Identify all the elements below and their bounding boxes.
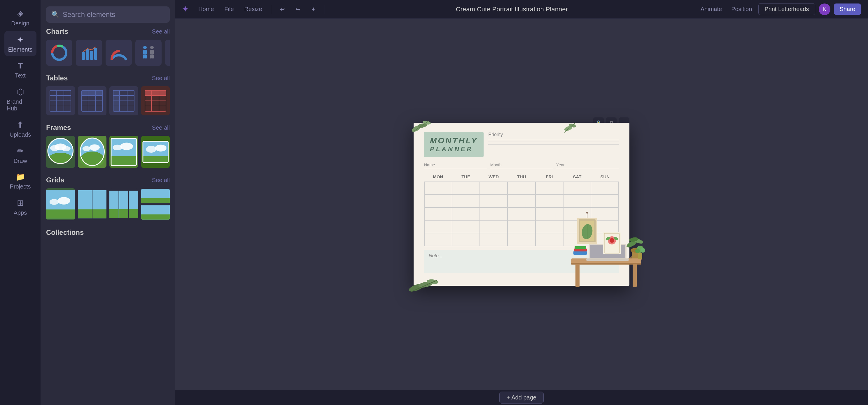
cal-cell <box>535 195 563 207</box>
frames-see-all-button[interactable]: See all <box>152 125 170 131</box>
share-button[interactable]: Share <box>834 3 861 15</box>
grid-item-3[interactable] <box>110 188 138 220</box>
priority-label: Priority <box>488 132 619 137</box>
bottom-bar: + Add page <box>175 390 868 405</box>
botanical-decoration-bottom <box>408 270 443 295</box>
search-input-wrap[interactable]: 🔍 <box>46 6 170 23</box>
svg-rect-3 <box>82 52 85 60</box>
elements-icon: ✦ <box>17 35 24 44</box>
chart-item-bar-line[interactable] <box>76 40 102 66</box>
sidebar-item-draw[interactable]: ✏ Draw <box>4 142 36 167</box>
botanical-svg-bottom <box>408 270 443 294</box>
sidebar-item-uploads[interactable]: ⬆ Uploads <box>4 116 36 141</box>
redo-button[interactable]: ↪ <box>292 4 303 14</box>
svg-point-85 <box>422 120 431 125</box>
cal-day-wed: WED <box>480 173 507 180</box>
svg-point-94 <box>632 237 644 244</box>
grid-item-4[interactable] <box>141 188 170 220</box>
file-button[interactable]: File <box>221 4 237 14</box>
charts-section-header: Charts See all <box>46 27 170 36</box>
planner-title-block: MONTHLY PLANNER <box>424 132 484 157</box>
cal-day-thu: THU <box>507 173 535 180</box>
grid-item-2[interactable] <box>78 188 107 220</box>
month-label: Month <box>490 163 502 167</box>
sidebar-item-projects[interactable]: 📁 Projects <box>4 168 36 193</box>
avatar[interactable]: K <box>819 3 830 15</box>
table-item-3[interactable] <box>110 86 138 115</box>
note-label: Note... <box>429 253 442 258</box>
grids-see-all-button[interactable]: See all <box>152 177 170 183</box>
table-svg-3 <box>112 89 135 112</box>
charts-see-all-button[interactable]: See all <box>152 28 170 35</box>
cal-cell <box>591 233 619 246</box>
toolbar-divider-2 <box>324 5 325 14</box>
svg-point-107 <box>637 246 644 252</box>
tables-see-all-button[interactable]: See all <box>152 75 170 81</box>
svg-point-48 <box>62 146 70 151</box>
priority-line-3 <box>488 144 619 144</box>
sidebar-item-label-text: Text <box>15 72 26 79</box>
cal-cell <box>507 220 535 233</box>
svg-line-126 <box>411 280 437 292</box>
sidebar-item-brand-hub[interactable]: ⬡ Brand Hub <box>4 83 36 115</box>
table-item-2[interactable] <box>78 86 107 115</box>
svg-rect-12 <box>150 50 154 55</box>
sidebar: ◈ Design ✦ Elements T Text ⬡ Brand Hub ⬆… <box>0 0 41 405</box>
svg-rect-23 <box>82 90 103 96</box>
table-svg-2 <box>81 89 104 112</box>
search-icon: 🔍 <box>51 11 59 19</box>
magic-button[interactable]: ✦ <box>308 4 319 14</box>
svg-point-108 <box>635 248 640 253</box>
sidebar-item-elements[interactable]: ✦ Elements <box>4 31 36 56</box>
undo-button[interactable]: ↩ <box>277 4 288 14</box>
cal-cell <box>535 220 563 233</box>
frame-item-3[interactable] <box>110 136 138 168</box>
animate-button[interactable]: Animate <box>698 4 725 14</box>
svg-point-95 <box>629 237 639 242</box>
search-input[interactable] <box>63 10 164 19</box>
brand-hub-icon: ⬡ <box>17 87 24 97</box>
svg-rect-10 <box>145 55 147 59</box>
frame-item-1[interactable] <box>46 136 75 168</box>
frame-item-4[interactable] <box>141 136 170 168</box>
cal-cell <box>452 220 480 233</box>
cal-cell <box>424 195 452 207</box>
cal-cell <box>563 233 591 246</box>
chart-item-person[interactable] <box>135 40 162 66</box>
sidebar-item-text[interactable]: T Text <box>4 57 36 82</box>
position-button[interactable]: Position <box>728 4 755 14</box>
chart-item-arc[interactable] <box>105 40 132 66</box>
sidebar-item-design[interactable]: ◈ Design <box>4 5 36 30</box>
collections-title: Collections <box>46 229 84 236</box>
chart-item-extra[interactable] <box>165 40 170 66</box>
grid-item-1[interactable] <box>46 188 75 220</box>
svg-point-109 <box>641 248 645 252</box>
table-item-4[interactable] <box>141 86 170 115</box>
resize-button[interactable]: Resize <box>242 4 265 14</box>
svg-point-90 <box>629 256 642 261</box>
svg-rect-66 <box>46 209 75 219</box>
svg-point-7 <box>143 46 147 49</box>
sidebar-item-apps[interactable]: ⊞ Apps <box>4 194 36 219</box>
add-page-button[interactable]: + Add page <box>499 392 544 404</box>
svg-rect-72 <box>92 209 106 218</box>
tables-title: Tables <box>46 74 68 82</box>
note-area: Note... <box>424 250 619 273</box>
frame-svg-2 <box>78 136 107 168</box>
svg-rect-4 <box>86 49 89 60</box>
toolbar-divider-1 <box>271 5 271 14</box>
table-item-1[interactable] <box>46 86 75 115</box>
cal-cell <box>563 220 591 233</box>
grid-svg-1 <box>46 188 75 220</box>
home-button[interactable]: Home <box>195 4 217 14</box>
print-button[interactable]: Print Letterheads <box>758 3 815 15</box>
sidebar-item-label-elements: Elements <box>8 46 32 53</box>
svg-rect-61 <box>143 156 168 163</box>
name-field: Name <box>424 162 487 169</box>
cal-cell <box>591 207 619 220</box>
svg-rect-78 <box>129 209 138 218</box>
arc-chart-svg <box>110 43 128 62</box>
frame-item-2[interactable] <box>78 136 107 168</box>
planner-card: MONTHLY PLANNER Priority <box>413 123 629 286</box>
chart-item-donut[interactable] <box>46 40 72 66</box>
